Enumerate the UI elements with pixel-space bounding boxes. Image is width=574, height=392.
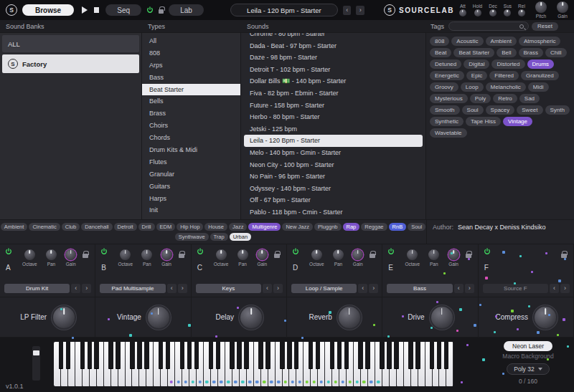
tag-chip[interactable]: Spacey — [486, 105, 515, 115]
reset-button[interactable]: Reset — [532, 22, 558, 31]
genre-chip[interactable]: Ambient — [1, 223, 28, 231]
genre-chip[interactable]: House — [204, 223, 227, 231]
tag-chip[interactable]: Retro — [493, 94, 517, 103]
sound-item[interactable]: Odyssey - 140 bpm - Starter — [244, 183, 423, 195]
piano-key-black[interactable] — [380, 342, 385, 368]
lock-icon[interactable] — [83, 254, 88, 258]
gain-knob[interactable] — [161, 249, 172, 260]
piano-key-black[interactable] — [108, 342, 113, 368]
piano-key-black[interactable] — [137, 342, 142, 368]
piano-key-black[interactable] — [316, 342, 321, 368]
piano-key-black[interactable] — [209, 342, 214, 368]
piano-key-black[interactable] — [230, 342, 235, 368]
lock-icon[interactable] — [274, 254, 280, 258]
type-item[interactable]: All — [142, 35, 240, 47]
genre-chip[interactable]: Rap — [343, 223, 360, 231]
env-rel-knob[interactable] — [518, 9, 525, 16]
piano-key-black[interactable] — [88, 342, 93, 368]
genre-chip[interactable]: Pluggnb — [314, 223, 342, 231]
piano-key-black[interactable] — [309, 342, 314, 368]
gain-knob[interactable] — [352, 249, 363, 260]
strip-next-button[interactable]: › — [178, 284, 187, 293]
strip-prev-button[interactable]: ‹ — [550, 284, 559, 293]
sound-item[interactable]: Chrome - 80 bpm - Starter — [244, 33, 423, 40]
lp-filter-knob[interactable] — [53, 307, 75, 328]
bank-item[interactable]: ALL — [2, 35, 139, 52]
tag-chip[interactable]: Drums — [527, 59, 555, 69]
sound-item[interactable]: Neon City - 100 bpm - Starter — [244, 159, 423, 171]
power-icon[interactable] — [146, 6, 154, 14]
octave-knob[interactable] — [24, 249, 35, 260]
tag-chip[interactable]: Epic — [466, 71, 488, 80]
sound-item[interactable]: Leila - 120 Bpm - Starter — [244, 135, 423, 147]
genre-chip[interactable]: Jazz — [229, 223, 247, 231]
tag-chip[interactable]: Tape Hiss — [466, 117, 501, 126]
piano-key-black[interactable] — [430, 342, 435, 368]
piano-key-black[interactable] — [116, 342, 121, 368]
strip-next-button[interactable]: › — [273, 284, 283, 293]
tag-chip[interactable]: Melancholic — [486, 82, 526, 92]
piano-key-black[interactable] — [194, 342, 199, 368]
piano-key-black[interactable] — [159, 342, 164, 368]
tag-chip[interactable]: Sad — [519, 94, 540, 103]
tag-chip[interactable]: Atmospheric — [519, 37, 560, 46]
piano-key-black[interactable] — [415, 342, 420, 368]
octave-knob[interactable] — [120, 249, 131, 260]
tag-chip[interactable]: Synthetic — [430, 117, 464, 126]
poly-mode-selector[interactable]: Poly 32 — [507, 363, 549, 375]
piano-key-black[interactable] — [444, 342, 449, 368]
strip-name[interactable]: Source F — [483, 284, 548, 293]
strip-prev-button[interactable]: ‹ — [167, 284, 177, 293]
visualizer-option-next[interactable]: Macro Background — [502, 353, 553, 360]
piano-key-black[interactable] — [344, 342, 349, 368]
piano-key-black[interactable] — [66, 342, 71, 368]
type-item[interactable]: Beat Starter — [142, 84, 240, 96]
piano-key-black[interactable] — [394, 342, 399, 368]
seq-button[interactable]: Seq — [105, 4, 141, 16]
lock-icon[interactable] — [466, 254, 471, 258]
genre-chip[interactable]: EDM — [156, 223, 176, 231]
lock-icon[interactable] — [370, 254, 375, 258]
piano-key-black[interactable] — [358, 342, 363, 368]
sound-item[interactable]: Jetski - 125 bpm — [244, 123, 423, 135]
env-dec-knob[interactable] — [489, 9, 497, 16]
sound-item[interactable]: Detroit T - 102 bpm - Starter — [244, 64, 423, 76]
pan-knob[interactable] — [333, 249, 344, 260]
delay-knob[interactable] — [240, 307, 262, 328]
genre-chip[interactable]: Club — [62, 223, 80, 231]
piano-key-black[interactable] — [280, 342, 285, 368]
genre-chip[interactable]: Urban — [230, 233, 251, 241]
piano-key-black[interactable] — [166, 342, 171, 368]
octave-knob[interactable] — [407, 249, 418, 260]
reverb-knob[interactable] — [339, 307, 360, 328]
play-icon[interactable] — [82, 6, 88, 14]
type-item[interactable]: Brass — [142, 107, 240, 120]
pan-knob[interactable] — [428, 249, 439, 260]
piano-key-black[interactable] — [59, 342, 64, 368]
power-icon[interactable] — [387, 248, 395, 255]
tag-chip[interactable]: Smooth — [430, 105, 460, 115]
power-icon[interactable] — [100, 248, 108, 255]
preset-display[interactable]: Leila - 120 Bpm - Starter — [230, 4, 338, 16]
type-item[interactable]: Granular — [142, 168, 240, 181]
strip-prev-button[interactable]: ‹ — [454, 284, 464, 293]
tag-chip[interactable]: Digital — [464, 59, 489, 69]
lock-icon[interactable] — [561, 254, 567, 258]
tag-chip[interactable]: Midi — [528, 82, 549, 92]
tag-chip[interactable]: Filtered — [489, 71, 519, 80]
pitch-knob[interactable] — [535, 1, 547, 13]
tag-chip[interactable]: Ambient — [486, 37, 517, 46]
vintage-knob[interactable] — [148, 307, 169, 328]
piano-key-black[interactable] — [180, 342, 185, 368]
tag-chip[interactable]: Vintage — [503, 117, 532, 126]
stop-icon[interactable] — [94, 7, 99, 13]
piano-key-black[interactable] — [80, 342, 85, 368]
piano-key-black[interactable] — [265, 342, 270, 368]
tag-chip[interactable]: Bell — [497, 48, 516, 57]
power-icon[interactable] — [197, 248, 204, 255]
preset-prev-button[interactable]: ‹ — [343, 6, 352, 15]
power-icon[interactable] — [484, 248, 491, 255]
piano-key-black[interactable] — [258, 342, 263, 368]
tag-chip[interactable]: Wavetable — [430, 128, 467, 138]
piano-key-black[interactable] — [244, 342, 249, 368]
